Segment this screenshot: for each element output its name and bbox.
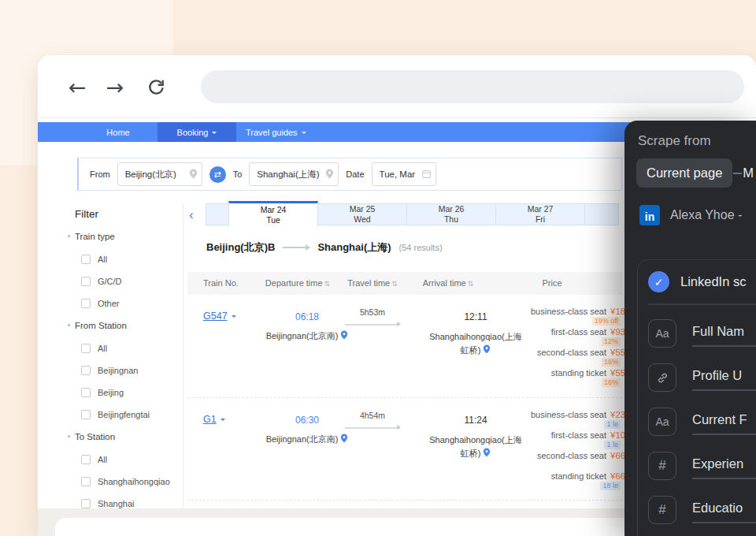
source-multiple-pages[interactable]: M [743, 166, 754, 181]
nav-item-travel-guides[interactable]: Travel guides [236, 122, 316, 142]
refresh-icon[interactable] [146, 78, 166, 99]
price-badge: 19% off [592, 317, 621, 326]
filter-option-label: Shanghai [98, 499, 135, 508]
swap-stations-button[interactable]: ⇄ [209, 166, 226, 183]
price-list: business-class seat¥231 lefirst-class se… [187, 410, 660, 492]
price-label: second-class seat [537, 451, 606, 460]
filter-sections: Train typeAllG/C/DOtherFrom StationAllBe… [75, 232, 182, 508]
preset-label: LinkedIn sc [680, 274, 746, 289]
nav-item-label: Home [106, 128, 129, 137]
checkbox[interactable] [81, 455, 91, 464]
field-label[interactable]: Full Nam [692, 324, 744, 339]
price-value: ¥55 [610, 368, 625, 378]
field-type-icon-box [648, 363, 676, 392]
price-value: ¥18 [610, 307, 625, 316]
filter-option-label: Beijingnan [98, 366, 138, 375]
checkbox[interactable] [81, 255, 91, 264]
filter-option-other[interactable]: Other [81, 299, 182, 308]
route-to: Shanghai(上海) [317, 240, 391, 255]
filter-option-gcd[interactable]: G/C/D [81, 277, 182, 286]
price-value: ¥93 [610, 327, 625, 337]
price-value: ¥10 [610, 430, 625, 440]
field-label[interactable]: Experien [692, 456, 743, 471]
column-header-arrivaltime[interactable]: Arrival time⇅ [401, 278, 495, 288]
tab-date: Mar 24 [261, 205, 287, 215]
field-underline [692, 478, 756, 479]
price-row: second-class seat¥5516% [187, 348, 660, 368]
filter-option-label: All [98, 455, 107, 464]
location-pin-icon [189, 169, 198, 179]
filter-option-all[interactable]: All [81, 455, 182, 464]
number-icon: # [658, 458, 665, 474]
checkbox[interactable] [81, 477, 91, 486]
filter-option-all[interactable]: All [81, 344, 182, 353]
date-tab-mar-24[interactable]: Mar 24Tue [228, 201, 318, 227]
checkbox[interactable] [81, 388, 91, 397]
field-underline [692, 389, 756, 391]
results-area: ‹ Mar 24TueMar 25WedMar 26ThuMar 27Fri B… [187, 201, 622, 508]
date-tab-mar-26[interactable]: Mar 26Thu [406, 203, 496, 225]
address-bar[interactable] [201, 70, 744, 103]
nav-item-booking[interactable]: Booking [158, 122, 236, 142]
tabs-prev-icon[interactable]: ‹ [189, 206, 194, 225]
checkbox[interactable] [81, 499, 91, 508]
route-heading: Beijing(北京)B Shanghai(上海) (54 results) [206, 240, 443, 255]
date-tab-stub [206, 203, 229, 225]
train-row: G106:30Beijingnan(北京南)4h54m11:24Shanghai… [187, 397, 622, 500]
filter-option-beijingfengtai[interactable]: Beijingfengtai [81, 410, 182, 419]
price-value: ¥66 [610, 471, 625, 481]
filter-option-shanghaihongqiao[interactable]: Shanghaihongqiao [81, 477, 182, 486]
checkbox[interactable] [81, 410, 91, 419]
preset-row: ✓ LinkedIn sc [648, 271, 746, 292]
checkbox[interactable] [81, 366, 91, 375]
field-label[interactable]: Educatio [692, 501, 743, 516]
source-current-page[interactable]: Current page [636, 158, 732, 188]
price-badge: 18 le [600, 482, 621, 490]
link-icon [656, 371, 669, 385]
date-tab-mar-27[interactable]: Mar 27Fri [495, 203, 585, 225]
linkedin-profile-row[interactable]: in Alexa Yhoe - [639, 205, 742, 225]
text-icon: Aa [655, 415, 669, 428]
filter-option-all[interactable]: All [81, 255, 182, 264]
tab-day: Thu [444, 214, 458, 225]
scrape-source-switch: Current page M [636, 158, 754, 188]
price-value: ¥55 [610, 348, 625, 357]
vertical-divider [183, 203, 183, 508]
price-label: standing ticket [551, 368, 606, 378]
back-icon[interactable]: ← [67, 78, 87, 99]
checkbox[interactable] [81, 299, 91, 308]
sort-icon[interactable]: ⇅ [468, 280, 474, 288]
field-label[interactable]: Current F [692, 412, 747, 427]
filter-option-beijing[interactable]: Beijing [81, 388, 182, 397]
column-header-trainno: Train No. [203, 278, 239, 288]
sort-icon[interactable]: ⇅ [391, 280, 398, 288]
scraper-field-currentf: AaCurrent F [648, 408, 756, 436]
rows-end-divider [187, 500, 622, 501]
field-label[interactable]: Profile U [692, 368, 742, 383]
search-form: From ⇄ To Date [77, 158, 622, 191]
checkmark-icon[interactable]: ✓ [648, 271, 669, 292]
filter-option-label: All [98, 344, 107, 353]
filter-section-title: Train type [75, 232, 182, 241]
price-list: business-class seat¥1819% offfirst-class… [187, 307, 660, 389]
forward-icon[interactable]: → [105, 78, 125, 99]
nav-item-home[interactable]: Home [79, 122, 158, 142]
filter-option-label: Beijingfengtai [98, 410, 150, 419]
lower-card [55, 518, 709, 536]
screen: ← → HomeBookingTravel guides From [0, 0, 756, 536]
checkbox[interactable] [81, 277, 91, 286]
filter-option-shanghai[interactable]: Shanghai [81, 499, 182, 508]
scraper-template-card: ✓ LinkedIn sc AaFull NamProfile UAaCurre… [637, 259, 756, 536]
price-row: second-class seat¥66 [187, 451, 660, 471]
date-tab-mar-25[interactable]: Mar 25Wed [317, 203, 407, 225]
filter-option-beijingnan[interactable]: Beijingnan [81, 366, 182, 375]
field-type-icon-box: # [648, 496, 676, 524]
price-row: first-class seat¥9312% [187, 327, 660, 348]
checkbox[interactable] [81, 344, 91, 353]
segment-divider [733, 173, 742, 174]
filter-option-label: Shanghaihongqiao [98, 477, 170, 486]
train-rows: G54706:18Beijingnan(北京南)5h53m12:11Shangh… [187, 295, 622, 501]
field-underline [692, 434, 756, 435]
price-row: standing ticket¥5516% [187, 368, 660, 389]
tab-day: Wed [354, 214, 370, 225]
